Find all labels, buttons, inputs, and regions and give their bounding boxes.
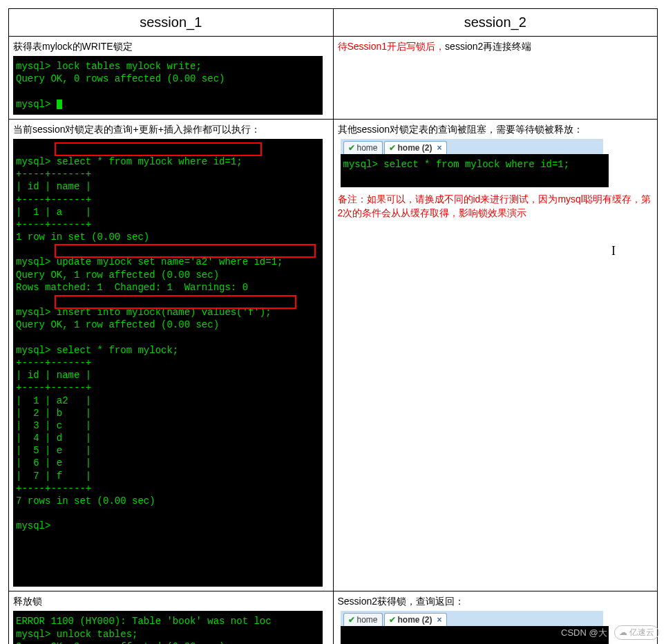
tabbar-r2: ✔home ✔home (2)×	[341, 139, 603, 154]
cell-r2-s1: 当前session对锁定表的查询+更新+插入操作都可以执行： mysql> se…	[9, 119, 334, 591]
watermark-csdn: CSDN @大	[561, 627, 607, 639]
tab-home-label: home	[357, 143, 378, 153]
tab-home2-r3-label: home (2)	[398, 615, 432, 625]
r1-s1-desc: 获得表mylock的WRITE锁定	[13, 41, 329, 53]
close-icon[interactable]: ×	[437, 143, 442, 153]
cell-r1-s1: 获得表mylock的WRITE锁定 mysql> lock tables myl…	[9, 37, 334, 120]
r2-s2-desc: 其他session对锁定表的查询被阻塞，需要等待锁被释放：	[338, 124, 654, 136]
watermark-yisu-text: 亿速云	[629, 627, 654, 637]
cell-r1-s2: 待Session1开启写锁后，session2再连接终端	[333, 37, 658, 120]
tab-home[interactable]: ✔home	[343, 141, 383, 154]
watermark: CSDN @大 ☁ 亿速云	[561, 625, 659, 640]
r1-s1-terminal: mysql> lock tables mylock write; Query O…	[13, 56, 323, 115]
r3-s1-terminal: ERROR 1100 (HY000): Table 'book' was not…	[13, 611, 323, 644]
cell-r2-s2: 其他session对锁定表的查询被阻塞，需要等待锁被释放： ✔home ✔hom…	[333, 119, 658, 591]
r3-s1-term-text: ERROR 1100 (HY000): Table 'book' was not…	[16, 616, 272, 644]
r2-s2-term-text: mysql> select * from mylock where id=1;	[343, 159, 570, 170]
r2-s1-term-text: mysql> select * from mylock where id=1; …	[16, 156, 283, 531]
header-session1: session_1	[9, 9, 334, 37]
header-session2: session_2	[333, 9, 658, 37]
r1-s2-desc: 待Session1开启写锁后，session2再连接终端	[338, 41, 654, 53]
r1-s1-term-text: mysql> lock tables mylock write; Query O…	[16, 61, 225, 110]
text-cursor-icon: I	[611, 244, 616, 258]
tab-home-r3-label: home	[357, 615, 378, 625]
r2-s1-terminal: mysql> select * from mylock where id=1; …	[13, 139, 323, 587]
tab-home2-r3[interactable]: ✔home (2)×	[384, 613, 447, 626]
cell-r3-s1: 释放锁 ERROR 1100 (HY000): Table 'book' was…	[9, 591, 334, 644]
close-icon[interactable]: ×	[437, 615, 442, 625]
tabbar-r3: ✔home ✔home (2)×	[341, 611, 603, 626]
r1-s2-red: 待Session1开启写锁后，	[338, 41, 446, 52]
r3-s1-desc: 释放锁	[13, 596, 329, 608]
r2-s1-desc: 当前session对锁定表的查询+更新+插入操作都可以执行：	[13, 124, 329, 136]
check-icon: ✔	[389, 143, 396, 153]
r2-s2-terminal: mysql> select * from mylock where id=1;	[341, 154, 609, 187]
watermark-yisu: ☁ 亿速云	[614, 625, 659, 640]
highlight-update	[55, 244, 316, 258]
tab-home-r3[interactable]: ✔home	[343, 613, 383, 626]
sessions-table: session_1 session_2 获得表mylock的WRITE锁定 my…	[8, 8, 658, 644]
r2-s2-note: 备注：如果可以，请换成不同的id来进行测试，因为mysql聪明有缓存，第2次的条…	[338, 193, 654, 220]
r1-s2-black: session2再连接终端	[445, 41, 531, 52]
r3-s2-desc: Session2获得锁，查询返回：	[338, 596, 654, 608]
tab-home2-label: home (2)	[398, 143, 432, 153]
check-icon: ✔	[348, 143, 355, 153]
check-icon: ✔	[348, 615, 355, 625]
highlight-select	[55, 142, 262, 156]
check-icon: ✔	[389, 615, 396, 625]
cursor-icon	[57, 100, 62, 109]
tab-home2[interactable]: ✔home (2)×	[384, 141, 447, 154]
